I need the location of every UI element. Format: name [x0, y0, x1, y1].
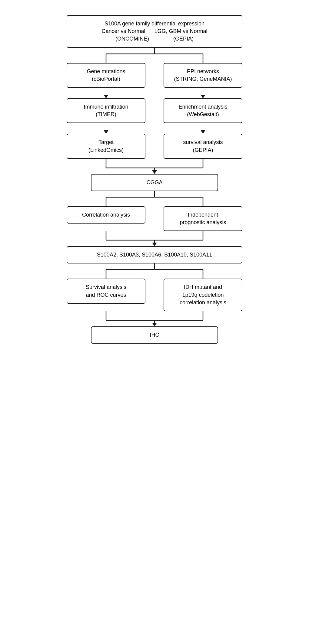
svg-marker-17: [152, 243, 157, 246]
box-ihc: IHC: [91, 326, 218, 344]
box-target: Target(LinkedOmics): [67, 134, 145, 159]
col-left-survival-roc: Survival analysisand ROC curves: [67, 279, 145, 311]
fork-from-genes: [67, 263, 242, 279]
col-right-prognostic: Independentprognostic analysis: [164, 206, 242, 231]
row-target-survival: Target(LinkedOmics) survival analysis(GE…: [67, 134, 242, 159]
row-immune-enrichment: Immune infiltration(TIMER) Enrichment an…: [67, 98, 242, 134]
col-left-target: Target(LinkedOmics): [67, 134, 145, 159]
header-line3: (ONCOMINE) (GEPIA): [115, 36, 194, 42]
box-idh: IDH mutant and1p19q codeletioncorrelatio…: [164, 279, 242, 311]
arrow-ppi-enrichment: [201, 88, 205, 98]
col-right-survival-gepia: survival analysis(GEPIA): [164, 134, 242, 159]
fork-from-cgga: [67, 191, 242, 206]
box-enrichment: Enrichment analysis(WebGestalt): [164, 98, 242, 123]
col-left-immune: Immune infiltration(TIMER): [67, 98, 145, 134]
box-cgga: CGGA: [91, 174, 218, 191]
col-left-mutations: Gene mutations(cBioPortal): [67, 63, 145, 98]
svg-marker-26: [152, 323, 157, 326]
arrow-enrichment-survival: [201, 123, 205, 134]
box-survival-gepia: survival analysis(GEPIA): [164, 134, 242, 159]
arrow-immune-target: [104, 123, 108, 134]
box-s100a-header: S100A gene family differential expressio…: [67, 15, 242, 48]
col-left-correlation: Correlation analysis: [67, 206, 145, 231]
box-correlation: Correlation analysis: [67, 206, 145, 224]
box-immune: Immune infiltration(TIMER): [67, 98, 145, 123]
row-mutations-ppi: Gene mutations(cBioPortal) PPI networks(…: [67, 63, 242, 98]
box-ppi: PPI networks(STRING, GeneMANIA): [164, 63, 242, 88]
fork-from-header: [67, 48, 242, 63]
merge-to-ihc: [67, 311, 242, 326]
arrow-mutations-immune: [104, 88, 108, 98]
row-correlation-prognostic: Correlation analysis Independentprognost…: [67, 206, 242, 231]
box-genes: S100A2, S100A3, S100A6, S100A10, S100A11: [67, 246, 242, 263]
col-right-enrichment: Enrichment analysis(WebGestalt): [164, 98, 242, 134]
box-gene-mutations: Gene mutations(cBioPortal): [67, 63, 145, 88]
svg-marker-8: [152, 170, 157, 174]
row-survival-idh: Survival analysisand ROC curves IDH muta…: [67, 279, 242, 311]
box-prognostic: Independentprognostic analysis: [164, 206, 242, 231]
col-right-idh: IDH mutant and1p19q codeletioncorrelatio…: [164, 279, 242, 311]
col-right-ppi: PPI networks(STRING, GeneMANIA): [164, 63, 242, 98]
header-line1: S100A gene family differential expressio…: [105, 21, 204, 27]
box-survival-roc: Survival analysisand ROC curves: [67, 279, 145, 303]
merge-to-cgga: [67, 159, 242, 174]
header-line2: Cancer vs Normal LGG, GBM vs Normal: [101, 28, 207, 34]
flowchart: S100A gene family differential expressio…: [48, 6, 261, 344]
merge-to-genes: [67, 231, 242, 246]
